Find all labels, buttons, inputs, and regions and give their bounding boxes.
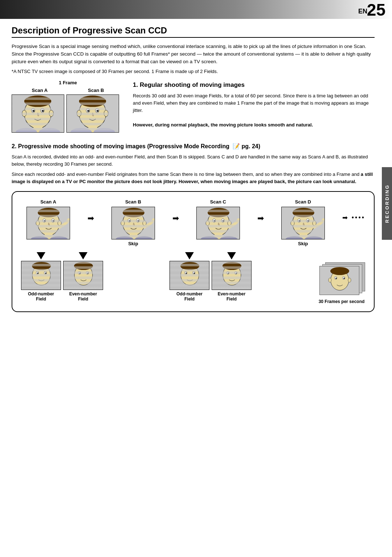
odd-field-1-img [21, 261, 61, 290]
svg-point-42 [123, 208, 144, 217]
svg-point-53 [222, 220, 224, 222]
group2-arrows [170, 251, 252, 260]
frames-stack-group: 30 Frames per second [318, 251, 365, 304]
diagram-bottom-row: Odd-numberField Even-numberField [21, 251, 365, 304]
svg-point-51 [213, 220, 215, 222]
arrow-c-to-d: ➡ [257, 214, 264, 223]
svg-point-112 [348, 278, 351, 282]
svg-point-27 [44, 220, 46, 222]
svg-point-77 [37, 273, 38, 274]
frame-diagram: 1 Frame Scan A Scan B [12, 80, 124, 133]
svg-point-8 [49, 110, 53, 117]
section2-pg-ref: pg. 24) [241, 143, 260, 149]
svg-point-102 [236, 273, 237, 274]
svg-point-29 [53, 220, 54, 222]
section1-text: Records 30 odd and 30 even image Fields,… [133, 92, 375, 129]
page-title: Description of Progressive Scan CCD [12, 25, 375, 38]
svg-marker-73 [79, 252, 87, 259]
scan-b-image [66, 94, 119, 133]
diag-scan-a-img [26, 207, 70, 239]
svg-point-87 [74, 262, 93, 270]
svg-point-17 [97, 110, 99, 112]
frames-stack [318, 262, 365, 297]
even-field-2-label: Even-numberField [212, 291, 252, 302]
svg-point-15 [87, 110, 89, 112]
svg-point-18 [79, 96, 106, 107]
footnote: *A NTSC TV screen image is composed of 3… [12, 69, 375, 74]
section2-text2: Since each recorded odd- and even-number… [12, 171, 375, 185]
section2-text2-normal: Since each recorded odd- and even-number… [12, 171, 359, 177]
group2-labels: Odd-numberField Even-numberField [170, 291, 252, 302]
diag-scan-c-label: Scan C [210, 199, 226, 205]
section1-bold-text: However, during normal playback, the mov… [133, 122, 313, 128]
svg-point-55 [206, 221, 209, 226]
arrow-down-odd2 [170, 251, 209, 260]
two-column-section: 1 Frame Scan A Scan B [12, 80, 375, 133]
arrow-a-to-b: ➡ [87, 214, 94, 223]
skip-d-label: Skip [298, 241, 308, 246]
arrow-down-even1 [63, 251, 103, 260]
diag-scan-c-col: Scan C [191, 199, 245, 239]
frame-front [319, 266, 359, 295]
group1-imgs [21, 261, 103, 290]
svg-point-3 [32, 110, 34, 112]
svg-point-66 [293, 208, 314, 217]
svg-point-7 [22, 110, 26, 117]
svg-point-93 [185, 273, 187, 274]
odd-field-1-label: Odd-numberField [21, 291, 61, 302]
even-field-1-label: Even-numberField [63, 291, 103, 302]
diag-scan-b-img [111, 207, 155, 239]
svg-point-109 [343, 278, 345, 279]
svg-point-30 [38, 208, 60, 217]
arrow-down-odd1 [21, 251, 61, 260]
side-tab: RECORDING [382, 167, 392, 240]
scan-images-row [12, 94, 124, 133]
scan-b-top-label: Scan B [88, 88, 104, 93]
section1-text-normal: Records 30 odd and 30 even image Fields,… [133, 93, 369, 113]
en-label: EN [358, 8, 367, 15]
continuation-dots: ➡ •••• [342, 214, 365, 222]
frames-label: 30 Frames per second [319, 299, 365, 304]
svg-point-54 [208, 208, 229, 217]
svg-point-6 [24, 96, 52, 107]
section2-text1: Scan A is recorded, divided into an odd-… [12, 153, 375, 168]
section2-heading: 2. Progressive mode shooting of moving i… [12, 143, 375, 150]
scan-a-top-label: Scan A [32, 88, 48, 93]
svg-point-5 [42, 110, 44, 112]
diag-bottom-group2: Odd-numberField Even-numberField [170, 251, 252, 302]
diag-bottom-group1: Odd-numberField Even-numberField [21, 251, 103, 302]
svg-point-79 [45, 273, 46, 274]
svg-point-39 [128, 220, 130, 222]
svg-point-43 [121, 221, 124, 226]
diag-scan-a-col: Scan A [21, 199, 75, 239]
svg-point-67 [291, 221, 294, 226]
arrow-down-even2 [212, 251, 252, 260]
diag-scan-d-img [281, 207, 325, 239]
arrow-b-to-c: ➡ [172, 214, 179, 223]
svg-point-65 [307, 220, 309, 222]
intro-text: Progressive Scan is a special image sens… [12, 43, 375, 66]
section1-content: 1. Regular shooting of moving images Rec… [133, 80, 375, 133]
svg-point-84 [79, 273, 81, 274]
side-tab-label: RECORDING [384, 184, 390, 223]
scan-a-image [12, 94, 64, 133]
svg-point-19 [77, 110, 81, 117]
svg-point-96 [180, 262, 199, 270]
even-field-1-img [63, 261, 103, 290]
group1-arrows [21, 251, 103, 260]
odd-field-2-label: Odd-numberField [170, 291, 209, 302]
svg-point-95 [193, 273, 195, 274]
svg-point-41 [137, 220, 139, 222]
svg-point-103 [222, 262, 241, 270]
page-number: 25 [367, 1, 385, 18]
skip-b-label: Skip [128, 241, 138, 246]
diag-scan-b-label: Scan B [125, 199, 141, 205]
svg-point-31 [36, 221, 40, 226]
svg-point-111 [328, 278, 331, 282]
svg-point-80 [32, 262, 51, 270]
diag-scan-b-col: Scan B [106, 199, 160, 248]
diagram-top-row: Scan A [21, 199, 365, 248]
diag-scan-d-col: Scan D [276, 199, 330, 248]
even-field-2-img [212, 261, 252, 290]
diagram-box: Scan A [12, 191, 375, 312]
